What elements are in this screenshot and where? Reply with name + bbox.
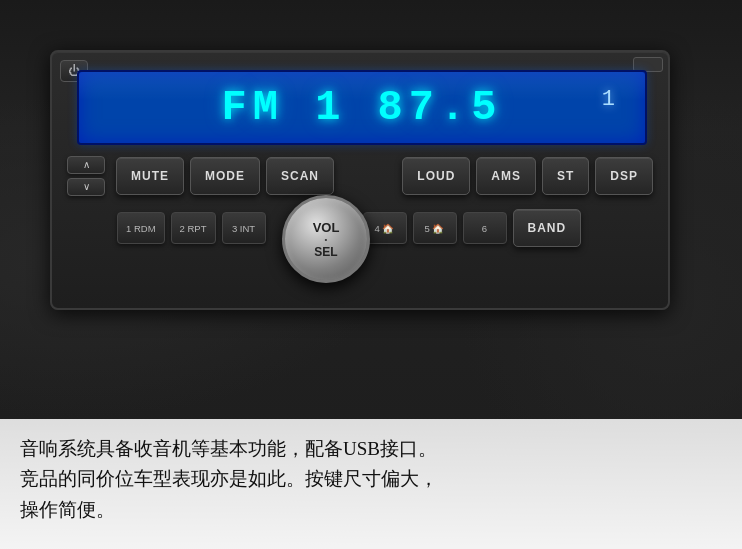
band-button[interactable]: BAND bbox=[513, 209, 582, 247]
nav-arrows: ∧ ∨ bbox=[67, 156, 105, 196]
display-frequency: FM 1 87.5 bbox=[222, 84, 503, 132]
loud-button[interactable]: LOUD bbox=[402, 157, 470, 195]
display-indicator: 1 bbox=[602, 87, 615, 112]
scan-label: SCAN bbox=[281, 169, 319, 183]
preset4-label: 4 🏠 bbox=[375, 223, 395, 234]
preset1-label: 1 RDM bbox=[126, 223, 156, 234]
preset6-label: 6 bbox=[482, 223, 487, 234]
caption-area: 音响系统具备收音机等基本功能，配备USB接口。 竞品的同价位车型表现亦是如此。按… bbox=[0, 419, 742, 549]
ams-label: AMS bbox=[491, 169, 521, 183]
mode-button[interactable]: MODE bbox=[190, 157, 260, 195]
caption-line2: 竞品的同价位车型表现亦是如此。按键尺寸偏大， bbox=[20, 464, 722, 494]
preset2-button[interactable]: 2 RPT bbox=[171, 212, 216, 244]
preset5-button[interactable]: 5 🏠 bbox=[413, 212, 457, 244]
arrow-up-icon: ∧ bbox=[83, 159, 90, 170]
vol-dot: • bbox=[325, 236, 328, 244]
vol-label: VOL bbox=[313, 221, 340, 234]
sel-label: SEL bbox=[314, 246, 337, 258]
caption-line1: 音响系统具备收音机等基本功能，配备USB接口。 bbox=[20, 434, 722, 464]
band-label: BAND bbox=[528, 221, 567, 235]
dsp-label: DSP bbox=[610, 169, 638, 183]
photo-container: ⏻ FM 1 87.5 1 ∧ ∨ bbox=[0, 0, 742, 549]
ams-button[interactable]: AMS bbox=[476, 157, 536, 195]
preset2-label: 2 RPT bbox=[180, 223, 207, 234]
top-button-row: ∧ ∨ MUTE MODE SCAN LOU bbox=[67, 148, 653, 203]
arrow-up-button[interactable]: ∧ bbox=[67, 156, 105, 174]
display-screen: FM 1 87.5 1 bbox=[77, 70, 647, 145]
st-label: ST bbox=[557, 169, 574, 183]
arrow-down-icon: ∨ bbox=[83, 181, 90, 192]
mode-label: MODE bbox=[205, 169, 245, 183]
dsp-button[interactable]: DSP bbox=[595, 157, 653, 195]
arrow-down-button[interactable]: ∨ bbox=[67, 178, 105, 196]
preset1-button[interactable]: 1 RDM bbox=[117, 212, 165, 244]
mute-label: MUTE bbox=[131, 169, 169, 183]
caption-text: 音响系统具备收音机等基本功能，配备USB接口。 竞品的同价位车型表现亦是如此。按… bbox=[20, 434, 722, 525]
loud-label: LOUD bbox=[417, 169, 455, 183]
preset6-button[interactable]: 6 bbox=[463, 212, 507, 244]
radio-unit: ⏻ FM 1 87.5 1 ∧ ∨ bbox=[50, 50, 670, 310]
mute-button[interactable]: MUTE bbox=[116, 157, 184, 195]
preset5-label: 5 🏠 bbox=[425, 223, 445, 234]
st-button[interactable]: ST bbox=[542, 157, 589, 195]
preset3-button[interactable]: 3 INT bbox=[222, 212, 266, 244]
scan-button[interactable]: SCAN bbox=[266, 157, 334, 195]
caption-line3: 操作简便。 bbox=[20, 495, 722, 525]
vol-sel-knob[interactable]: VOL • SEL bbox=[282, 195, 370, 283]
preset3-label: 3 INT bbox=[232, 223, 255, 234]
